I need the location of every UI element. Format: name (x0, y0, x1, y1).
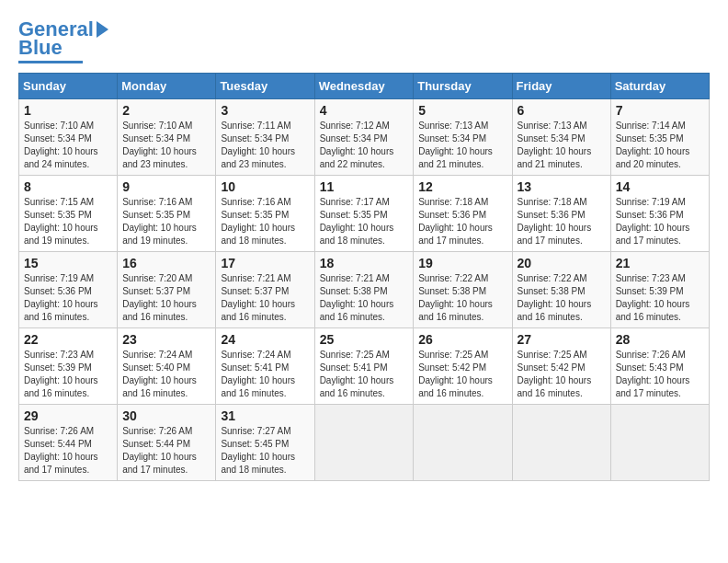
weekday-header: Friday (512, 74, 610, 99)
cell-info: Sunrise: 7:23 AM Sunset: 5:39 PM Dayligh… (24, 349, 112, 400)
day-number: 15 (24, 256, 112, 270)
day-number: 23 (122, 332, 210, 347)
calendar-cell: 2Sunrise: 7:10 AM Sunset: 5:34 PM Daylig… (118, 99, 216, 176)
calendar-cell: 10Sunrise: 7:16 AM Sunset: 5:35 PM Dayli… (216, 176, 314, 252)
calendar-cell: 5Sunrise: 7:13 AM Sunset: 5:34 PM Daylig… (414, 99, 512, 176)
cell-info: Sunrise: 7:20 AM Sunset: 5:37 PM Dayligh… (122, 272, 210, 324)
day-number: 27 (518, 332, 606, 347)
calendar-cell (610, 405, 709, 481)
calendar-cell: 3Sunrise: 7:11 AM Sunset: 5:34 PM Daylig… (216, 99, 314, 176)
day-number: 5 (418, 103, 506, 118)
calendar-cell: 1Sunrise: 7:10 AM Sunset: 5:34 PM Daylig… (19, 99, 118, 176)
calendar-cell: 26Sunrise: 7:25 AM Sunset: 5:42 PM Dayli… (414, 328, 512, 405)
cell-info: Sunrise: 7:19 AM Sunset: 5:36 PM Dayligh… (24, 272, 112, 324)
calendar-cell: 12Sunrise: 7:18 AM Sunset: 5:36 PM Dayli… (414, 176, 512, 252)
cell-info: Sunrise: 7:18 AM Sunset: 5:36 PM Dayligh… (518, 196, 606, 247)
cell-info: Sunrise: 7:18 AM Sunset: 5:36 PM Dayligh… (418, 196, 506, 247)
cell-info: Sunrise: 7:27 AM Sunset: 5:45 PM Dayligh… (221, 425, 309, 477)
calendar-table: SundayMondayTuesdayWednesdayThursdayFrid… (18, 73, 710, 481)
calendar-cell: 16Sunrise: 7:20 AM Sunset: 5:37 PM Dayli… (118, 252, 216, 328)
calendar-week-row: 15Sunrise: 7:19 AM Sunset: 5:36 PM Dayli… (19, 252, 710, 328)
day-number: 20 (518, 256, 606, 270)
cell-info: Sunrise: 7:13 AM Sunset: 5:34 PM Dayligh… (418, 120, 506, 171)
calendar-cell: 9Sunrise: 7:16 AM Sunset: 5:35 PM Daylig… (118, 176, 216, 252)
calendar-cell: 30Sunrise: 7:26 AM Sunset: 5:44 PM Dayli… (118, 405, 216, 481)
calendar-cell: 22Sunrise: 7:23 AM Sunset: 5:39 PM Dayli… (19, 328, 118, 405)
calendar-cell: 25Sunrise: 7:25 AM Sunset: 5:41 PM Dayli… (314, 328, 414, 405)
cell-info: Sunrise: 7:26 AM Sunset: 5:44 PM Dayligh… (122, 425, 210, 477)
weekday-header: Wednesday (314, 74, 414, 99)
day-number: 9 (122, 179, 210, 194)
calendar-week-row: 22Sunrise: 7:23 AM Sunset: 5:39 PM Dayli… (19, 328, 710, 405)
calendar-cell (414, 405, 512, 481)
calendar-cell: 18Sunrise: 7:21 AM Sunset: 5:38 PM Dayli… (314, 252, 414, 328)
logo-underline (18, 61, 83, 63)
day-number: 10 (221, 179, 309, 194)
day-number: 18 (320, 256, 409, 270)
calendar-cell: 28Sunrise: 7:26 AM Sunset: 5:43 PM Dayli… (610, 328, 709, 405)
cell-info: Sunrise: 7:19 AM Sunset: 5:36 PM Dayligh… (616, 196, 704, 247)
cell-info: Sunrise: 7:21 AM Sunset: 5:38 PM Dayligh… (320, 272, 409, 324)
day-number: 11 (320, 179, 409, 194)
day-number: 1 (24, 103, 112, 118)
cell-info: Sunrise: 7:23 AM Sunset: 5:39 PM Dayligh… (616, 272, 704, 324)
day-number: 22 (24, 332, 112, 347)
day-number: 19 (418, 256, 506, 270)
calendar-week-row: 29Sunrise: 7:26 AM Sunset: 5:44 PM Dayli… (19, 405, 710, 481)
calendar-cell (512, 405, 610, 481)
day-number: 4 (320, 103, 409, 118)
calendar-cell: 4Sunrise: 7:12 AM Sunset: 5:34 PM Daylig… (314, 99, 414, 176)
cell-info: Sunrise: 7:12 AM Sunset: 5:34 PM Dayligh… (320, 120, 409, 171)
calendar-cell: 14Sunrise: 7:19 AM Sunset: 5:36 PM Dayli… (610, 176, 709, 252)
cell-info: Sunrise: 7:26 AM Sunset: 5:44 PM Dayligh… (24, 425, 112, 477)
calendar-header-row: SundayMondayTuesdayWednesdayThursdayFrid… (19, 74, 710, 99)
day-number: 2 (122, 103, 210, 118)
calendar-cell: 24Sunrise: 7:24 AM Sunset: 5:41 PM Dayli… (216, 328, 314, 405)
calendar-cell: 21Sunrise: 7:23 AM Sunset: 5:39 PM Dayli… (610, 252, 709, 328)
cell-info: Sunrise: 7:26 AM Sunset: 5:43 PM Dayligh… (616, 349, 704, 400)
cell-info: Sunrise: 7:24 AM Sunset: 5:40 PM Dayligh… (122, 349, 210, 400)
calendar-week-row: 1Sunrise: 7:10 AM Sunset: 5:34 PM Daylig… (19, 99, 710, 176)
cell-info: Sunrise: 7:16 AM Sunset: 5:35 PM Dayligh… (221, 196, 309, 247)
logo-text-blue: Blue (18, 37, 63, 59)
day-number: 3 (221, 103, 309, 118)
calendar-cell: 31Sunrise: 7:27 AM Sunset: 5:45 PM Dayli… (216, 405, 314, 481)
cell-info: Sunrise: 7:13 AM Sunset: 5:34 PM Dayligh… (518, 120, 606, 171)
cell-info: Sunrise: 7:17 AM Sunset: 5:35 PM Dayligh… (320, 196, 409, 247)
calendar-cell: 15Sunrise: 7:19 AM Sunset: 5:36 PM Dayli… (19, 252, 118, 328)
weekday-header: Sunday (19, 74, 118, 99)
logo: General Blue (18, 18, 108, 63)
day-number: 6 (518, 103, 606, 118)
cell-info: Sunrise: 7:10 AM Sunset: 5:34 PM Dayligh… (24, 120, 112, 171)
day-number: 28 (616, 332, 704, 347)
cell-info: Sunrise: 7:15 AM Sunset: 5:35 PM Dayligh… (24, 196, 112, 247)
calendar-cell: 19Sunrise: 7:22 AM Sunset: 5:38 PM Dayli… (414, 252, 512, 328)
cell-info: Sunrise: 7:21 AM Sunset: 5:37 PM Dayligh… (221, 272, 309, 324)
weekday-header: Tuesday (216, 74, 314, 99)
cell-info: Sunrise: 7:24 AM Sunset: 5:41 PM Dayligh… (221, 349, 309, 400)
weekday-header: Saturday (610, 74, 709, 99)
day-number: 13 (518, 179, 606, 194)
day-number: 8 (24, 179, 112, 194)
cell-info: Sunrise: 7:22 AM Sunset: 5:38 PM Dayligh… (418, 272, 506, 324)
calendar-week-row: 8Sunrise: 7:15 AM Sunset: 5:35 PM Daylig… (19, 176, 710, 252)
calendar-cell: 8Sunrise: 7:15 AM Sunset: 5:35 PM Daylig… (19, 176, 118, 252)
page-header: General Blue (18, 18, 710, 63)
cell-info: Sunrise: 7:11 AM Sunset: 5:34 PM Dayligh… (221, 120, 309, 171)
cell-info: Sunrise: 7:16 AM Sunset: 5:35 PM Dayligh… (122, 196, 210, 247)
cell-info: Sunrise: 7:14 AM Sunset: 5:35 PM Dayligh… (616, 120, 704, 171)
day-number: 14 (616, 179, 704, 194)
calendar-cell: 17Sunrise: 7:21 AM Sunset: 5:37 PM Dayli… (216, 252, 314, 328)
calendar-cell (314, 405, 414, 481)
calendar-cell: 20Sunrise: 7:22 AM Sunset: 5:38 PM Dayli… (512, 252, 610, 328)
day-number: 29 (24, 408, 112, 423)
day-number: 26 (418, 332, 506, 347)
calendar-cell: 6Sunrise: 7:13 AM Sunset: 5:34 PM Daylig… (512, 99, 610, 176)
cell-info: Sunrise: 7:10 AM Sunset: 5:34 PM Dayligh… (122, 120, 210, 171)
day-number: 21 (616, 256, 704, 270)
calendar-cell: 23Sunrise: 7:24 AM Sunset: 5:40 PM Dayli… (118, 328, 216, 405)
day-number: 24 (221, 332, 309, 347)
day-number: 7 (616, 103, 704, 118)
calendar-cell: 29Sunrise: 7:26 AM Sunset: 5:44 PM Dayli… (19, 405, 118, 481)
day-number: 17 (221, 256, 309, 270)
